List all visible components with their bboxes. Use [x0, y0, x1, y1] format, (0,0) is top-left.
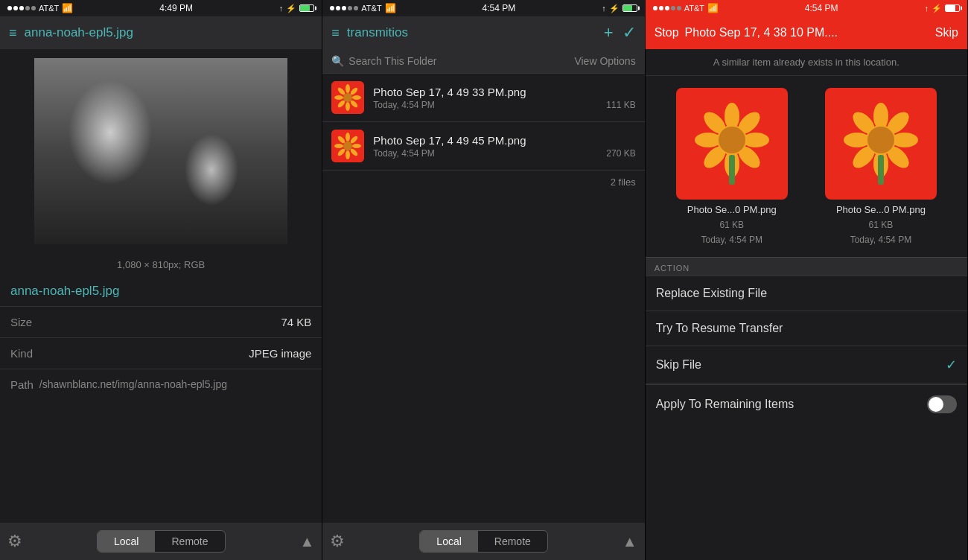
panel-conflict: AT&T 📶 4:54 PM ↑ ⚡ Stop Photo Sep 17, 4 …: [646, 0, 968, 560]
svg-rect-9: [34, 58, 287, 244]
signal-dot: [7, 6, 12, 10]
signal-dot: [31, 6, 36, 10]
svg-point-4: [94, 66, 183, 170]
wifi-icon-1: 📶: [62, 3, 73, 13]
file-info-1: Photo Sep 17, 4 49 33 PM.png Today, 4:54…: [373, 86, 635, 110]
file-thumb-2: [331, 130, 364, 162]
local-button-2[interactable]: Local: [420, 531, 477, 552]
file-date-1: Today, 4:54 PM: [373, 100, 435, 110]
image-preview: [34, 58, 287, 244]
path-label: Path: [10, 378, 34, 391]
apply-remaining-label: Apply To Remaining Items: [656, 398, 795, 411]
menu-icon-2[interactable]: ≡: [331, 25, 340, 41]
signal-dot: [665, 6, 669, 10]
incoming-file-item: Photo Se...0 PM.png 61 KB Today, 4:54 PM: [821, 88, 940, 245]
svg-point-46: [844, 133, 870, 147]
svg-point-23: [346, 133, 350, 141]
existing-file-size: 61 KB: [719, 220, 744, 230]
location-icon-1: ↑: [279, 4, 284, 13]
incoming-file-size: 61 KB: [869, 220, 894, 230]
segment-control-1: Local Remote: [97, 530, 226, 553]
svg-rect-53: [878, 155, 884, 185]
signal-dot: [13, 6, 18, 10]
svg-rect-8: [109, 155, 168, 170]
replace-option[interactable]: Replace Existing File: [646, 276, 967, 311]
size-row: Size 74 KB: [0, 306, 322, 337]
svg-point-5: [131, 151, 206, 203]
signal-dot: [653, 6, 657, 10]
conflict-title: Photo Sep 17, 4 38 10 PM....: [685, 26, 935, 39]
svg-point-31: [343, 141, 352, 150]
status-right-3: ↑ ⚡: [924, 4, 960, 13]
svg-point-24: [346, 150, 350, 159]
time-1: 4:49 PM: [159, 3, 193, 13]
svg-point-13: [346, 102, 350, 111]
bluetooth-icon-3: ⚡: [932, 4, 942, 13]
file-meta-2: Today, 4:54 PM 270 KB: [373, 148, 635, 159]
svg-rect-2: [198, 58, 287, 192]
svg-point-20: [343, 93, 352, 102]
search-icon: 🔍: [331, 55, 344, 67]
existing-file-item: Photo Se...0 PM.png 61 KB Today, 4:54 PM: [672, 88, 792, 245]
segment-control-2: Local Remote: [419, 530, 548, 553]
svg-point-33: [725, 103, 739, 130]
apply-toggle[interactable]: [927, 395, 957, 413]
skip-button[interactable]: Skip: [935, 26, 958, 39]
signal-dot: [677, 6, 681, 10]
remote-button-1[interactable]: Remote: [155, 531, 224, 552]
search-bar: 🔍 Search This Folder View Options: [322, 49, 644, 74]
path-row: Path /shawnblanc.net/img/anna-noah-epl5.…: [0, 369, 322, 400]
stop-button[interactable]: Stop: [655, 26, 679, 39]
battery-fill-3: [946, 5, 955, 11]
svg-point-14: [334, 95, 343, 100]
upload-icon-1[interactable]: ▲: [300, 533, 315, 550]
remote-button-2[interactable]: Remote: [478, 531, 547, 552]
status-left-3: AT&T 📶: [653, 3, 719, 13]
skip-option[interactable]: Skip File ✓: [646, 346, 967, 384]
file-name-link[interactable]: anna-noah-epl5.jpg: [0, 276, 322, 306]
skip-file-label: Skip File: [656, 358, 701, 372]
size-label: Size: [10, 316, 32, 328]
svg-rect-42: [729, 155, 735, 185]
resume-label: Try To Resume Transfer: [656, 322, 783, 335]
gear-icon-1[interactable]: ⚙: [7, 532, 22, 551]
selected-check-icon: ✓: [946, 357, 957, 373]
list-item[interactable]: Photo Sep 17, 4 49 33 PM.png Today, 4:54…: [322, 74, 644, 122]
signal-dot: [659, 6, 663, 10]
kind-value: JPEG image: [249, 347, 311, 360]
conflict-subtitle: A similar item already exists in this lo…: [646, 49, 967, 76]
confirm-icon[interactable]: ✓: [622, 23, 636, 42]
battery-icon-3: [945, 4, 960, 12]
svg-point-47: [891, 133, 918, 147]
svg-point-35: [695, 133, 722, 147]
list-item[interactable]: Photo Sep 17, 4 49 45 PM.png Today, 4:54…: [322, 122, 644, 171]
folder-title: transmitios: [347, 25, 595, 40]
svg-point-12: [346, 84, 350, 93]
file-count: 2 files: [322, 171, 644, 194]
existing-thumb: [676, 88, 788, 200]
battery-fill-1: [300, 5, 310, 11]
file-thumb-1: [331, 81, 364, 114]
signal-dot: [19, 6, 24, 10]
file-title-1: anna-noah-epl5.jpg: [25, 25, 313, 40]
add-icon[interactable]: +: [604, 23, 614, 42]
location-icon-3: ↑: [924, 4, 929, 13]
signal-dots-3: [653, 6, 681, 10]
svg-rect-3: [213, 66, 243, 125]
resume-option[interactable]: Try To Resume Transfer: [646, 311, 967, 346]
gear-icon-2[interactable]: ⚙: [330, 532, 345, 551]
view-options-btn[interactable]: View Options: [574, 55, 635, 67]
signal-dots-1: [7, 6, 36, 10]
search-placeholder[interactable]: Search This Folder: [348, 55, 436, 67]
panel-file-list: AT&T 📶 4:54 PM ↑ ⚡ ≡ transmitios + ✓ 🔍 S…: [322, 0, 645, 560]
svg-point-6: [137, 179, 170, 212]
file-size-1: 111 KB: [606, 100, 635, 110]
menu-icon-1[interactable]: ≡: [9, 25, 17, 41]
photo-svg: [34, 58, 287, 244]
toggle-knob: [929, 397, 943, 412]
file-size-2: 270 KB: [606, 148, 635, 159]
battery-icon-2: [622, 4, 637, 12]
bluetooth-icon-1: ⚡: [286, 4, 296, 13]
upload-icon-2[interactable]: ▲: [622, 533, 637, 550]
local-button-1[interactable]: Local: [98, 531, 155, 552]
